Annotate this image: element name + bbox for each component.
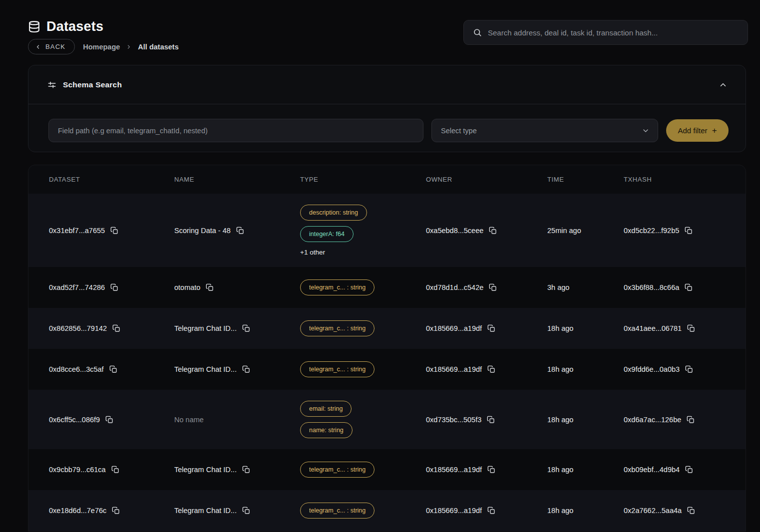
copy-icon[interactable] xyxy=(241,364,251,374)
copy-icon[interactable] xyxy=(684,364,694,374)
dataset-name: Telegram Chat ID... xyxy=(174,324,237,332)
breadcrumb-homepage[interactable]: Homepage xyxy=(83,43,120,51)
type-badge-stack: telegram_c... : string xyxy=(300,503,375,519)
chevron-down-icon xyxy=(642,127,650,135)
table-row[interactable]: 0x31ebf7...a7655 Scoring Data - 48 descr… xyxy=(28,194,746,267)
owner-cell: 0x185669...a19df xyxy=(426,323,547,333)
page-header: Datasets BACK Homepage All datasets xyxy=(0,0,760,62)
type-badge: telegram_c... : string xyxy=(300,361,375,377)
field-path-input[interactable] xyxy=(48,119,423,142)
table-row[interactable]: 0x862856...79142 Telegram Chat ID... tel… xyxy=(28,308,746,349)
database-icon xyxy=(28,20,40,33)
txhash-cell: 0xd5cb22...f92b5 xyxy=(624,226,746,236)
type-select-value: Select type xyxy=(441,127,477,135)
txhash-value: 0x9fdd6e...0a0b3 xyxy=(624,365,680,373)
copy-icon[interactable] xyxy=(241,465,251,475)
column-header-type: TYPE xyxy=(300,176,426,183)
copy-icon[interactable] xyxy=(241,506,251,516)
schema-search-header: Schema Search xyxy=(28,65,746,104)
page-title: Datasets xyxy=(46,19,103,34)
time-value: 18h ago xyxy=(547,365,573,373)
dataset-name: Telegram Chat ID... xyxy=(174,507,237,515)
chevron-up-icon xyxy=(719,80,728,89)
add-filter-button[interactable]: Add filter + xyxy=(666,119,729,142)
copy-icon[interactable] xyxy=(235,226,245,236)
dataset-cell: 0xad52f7...74286 xyxy=(49,282,174,292)
chevron-right-icon xyxy=(126,44,132,50)
dataset-cell: 0x9cbb79...c61ca xyxy=(49,465,174,475)
type-badge: telegram_c... : string xyxy=(300,462,375,478)
dataset-cell: 0xd8cce6...3c5af xyxy=(49,364,174,374)
type-cell: email: stringname: string xyxy=(300,390,426,449)
copy-icon[interactable] xyxy=(686,323,696,333)
sliders-icon xyxy=(47,80,56,89)
owner-hash: 0x185669...a19df xyxy=(426,507,482,515)
copy-icon[interactable] xyxy=(205,282,215,292)
name-cell: Telegram Chat ID... xyxy=(174,364,300,374)
search-icon xyxy=(473,28,482,37)
dataset-hash: 0x9cbb79...c61ca xyxy=(49,466,106,474)
type-badge: email: string xyxy=(300,401,352,417)
copy-icon[interactable] xyxy=(684,226,694,236)
table-row[interactable]: 0xd8cce6...3c5af Telegram Chat ID... tel… xyxy=(28,349,746,390)
copy-icon[interactable] xyxy=(684,465,694,475)
copy-icon[interactable] xyxy=(111,323,121,333)
table-row[interactable]: 0x9cbb79...c61ca Telegram Chat ID... tel… xyxy=(28,449,746,490)
copy-icon[interactable] xyxy=(684,282,694,292)
type-badge: telegram_c... : string xyxy=(300,503,375,519)
copy-icon[interactable] xyxy=(486,415,496,425)
time-cell: 18h ago xyxy=(547,507,624,515)
type-badge-stack: email: stringname: string xyxy=(300,401,353,438)
search-input[interactable] xyxy=(488,28,739,37)
table-row[interactable]: 0xad52f7...74286 otomato telegram_c... :… xyxy=(28,267,746,308)
schema-search-panel: Schema Search Select type Add filter + xyxy=(28,65,746,152)
copy-icon[interactable] xyxy=(488,282,498,292)
owner-cell: 0xd78d1d...c542e xyxy=(426,282,547,292)
txhash-value: 0xd5cb22...f92b5 xyxy=(624,227,679,235)
copy-icon[interactable] xyxy=(109,282,119,292)
copy-icon[interactable] xyxy=(686,506,696,516)
column-header-name: NAME xyxy=(174,176,300,183)
chevron-left-icon xyxy=(35,44,41,50)
copy-icon[interactable] xyxy=(111,506,121,516)
copy-icon[interactable] xyxy=(486,364,496,374)
dataset-name: Telegram Chat ID... xyxy=(174,365,237,373)
type-cell: telegram_c... : string xyxy=(300,350,426,388)
time-value: 18h ago xyxy=(547,466,573,474)
copy-icon[interactable] xyxy=(486,506,496,516)
collapse-panel-button[interactable] xyxy=(716,77,731,92)
back-button[interactable]: BACK xyxy=(28,39,75,54)
copy-icon[interactable] xyxy=(108,364,118,374)
plus-icon: + xyxy=(712,126,717,135)
owner-hash: 0x185669...a19df xyxy=(426,365,482,373)
dataset-cell: 0x31ebf7...a7655 xyxy=(49,226,174,236)
global-search[interactable] xyxy=(463,20,748,45)
table-row[interactable]: 0x6cff5c...086f9 No name email: stringna… xyxy=(28,390,746,449)
schema-search-title-group: Schema Search xyxy=(47,80,716,89)
dataset-name: No name xyxy=(174,416,204,424)
type-badge-stack: telegram_c... : string xyxy=(300,279,375,295)
table-row[interactable]: 0xe18d6d...7e76c Telegram Chat ID... tel… xyxy=(28,490,746,531)
copy-icon[interactable] xyxy=(241,323,251,333)
txhash-value: 0x2a7662...5aa4a xyxy=(624,507,682,515)
schema-search-controls: Select type Add filter + xyxy=(28,104,746,142)
type-select[interactable]: Select type xyxy=(431,119,658,142)
copy-icon[interactable] xyxy=(110,465,120,475)
txhash-value: 0xa41aee...06781 xyxy=(624,324,682,332)
table-header-row: DATASET NAME TYPE OWNER TIME TXHASH xyxy=(28,165,746,194)
add-filter-label: Add filter xyxy=(678,126,707,135)
copy-icon[interactable] xyxy=(488,226,498,236)
type-badge: name: string xyxy=(300,422,353,438)
column-header-dataset: DATASET xyxy=(49,176,174,183)
table-body: 0x31ebf7...a7655 Scoring Data - 48 descr… xyxy=(28,194,746,531)
type-badge-stack: telegram_c... : string xyxy=(300,320,375,336)
copy-icon[interactable] xyxy=(109,226,119,236)
copy-icon[interactable] xyxy=(686,415,696,425)
txhash-cell: 0xb09ebf...4d9b4 xyxy=(624,465,746,475)
type-cell: telegram_c... : string xyxy=(300,309,426,347)
column-header-txhash: TXHASH xyxy=(624,176,746,183)
txhash-value: 0x3b6f88...8c66a xyxy=(624,283,679,291)
copy-icon[interactable] xyxy=(486,465,496,475)
copy-icon[interactable] xyxy=(104,415,114,425)
copy-icon[interactable] xyxy=(486,323,496,333)
